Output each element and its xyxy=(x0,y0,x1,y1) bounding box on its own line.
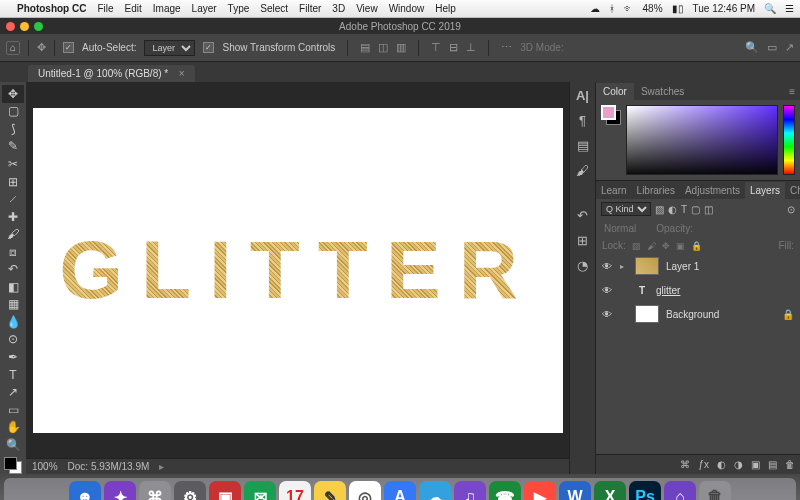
status-chevron-icon[interactable]: ▸ xyxy=(159,461,164,472)
close-tab-icon[interactable]: × xyxy=(179,68,185,79)
lock-all-icon[interactable]: 🔒 xyxy=(691,241,702,251)
properties-panel-icon[interactable]: ◔ xyxy=(577,258,588,273)
document-tab[interactable]: Untitled-1 @ 100% (RGB/8) * × xyxy=(28,65,195,82)
dock-app[interactable]: ⚙ xyxy=(174,481,206,500)
dock-app[interactable]: ✉ xyxy=(244,481,276,500)
show-transform-checkbox[interactable]: ✓ xyxy=(203,42,214,53)
paragraph-panel-icon[interactable]: ¶ xyxy=(579,113,586,128)
layer-row[interactable]: 👁 ▸ Layer 1 xyxy=(596,254,800,278)
history-panel-icon[interactable]: ↶ xyxy=(577,208,588,223)
tab-channels[interactable]: Channels xyxy=(785,182,800,199)
fx-icon[interactable]: ƒx xyxy=(698,459,709,470)
doc-size[interactable]: Doc: 5.93M/13.9M xyxy=(68,461,150,472)
filter-smart-icon[interactable]: ◫ xyxy=(704,204,713,215)
lock-position-icon[interactable]: ✥ xyxy=(662,241,670,251)
battery-icon[interactable]: ▮▯ xyxy=(672,3,684,14)
lock-transparency-icon[interactable]: ▨ xyxy=(632,241,641,251)
menu-help[interactable]: Help xyxy=(435,3,456,14)
panel-menu-icon[interactable]: ≡ xyxy=(784,86,800,97)
cloud-icon[interactable]: ☁ xyxy=(590,3,600,14)
mask-icon[interactable]: ◐ xyxy=(717,459,726,470)
dock-app[interactable]: ☁ xyxy=(419,481,451,500)
clock[interactable]: Tue 12:46 PM xyxy=(693,3,755,14)
blend-mode[interactable]: Normal xyxy=(604,223,636,234)
filter-type-icon[interactable]: T xyxy=(681,204,687,215)
dock-app[interactable]: 17 xyxy=(279,481,311,500)
color-fg-bg[interactable] xyxy=(601,105,621,125)
crop-tool[interactable]: ✂ xyxy=(2,155,24,173)
layer-name[interactable]: glitter xyxy=(656,285,680,296)
dodge-tool[interactable]: ⊙ xyxy=(2,331,24,349)
move-tool-icon[interactable]: ✥ xyxy=(37,41,46,54)
type-tool[interactable]: T xyxy=(2,366,24,384)
marquee-tool[interactable]: ▢ xyxy=(2,103,24,121)
brushes-panel-icon[interactable]: 🖌 xyxy=(576,163,589,178)
tab-adjustments[interactable]: Adjustments xyxy=(680,182,745,199)
auto-select-checkbox[interactable]: ✓ xyxy=(63,42,74,53)
bluetooth-icon[interactable]: ᚼ xyxy=(609,3,615,14)
stamp-tool[interactable]: ⧈ xyxy=(2,243,24,261)
frame-tool[interactable]: ⊞ xyxy=(2,173,24,191)
dock-app[interactable]: ☻ xyxy=(69,481,101,500)
dock-app[interactable]: A xyxy=(384,481,416,500)
tab-layers[interactable]: Layers xyxy=(745,182,785,199)
lasso-tool[interactable]: ⟆ xyxy=(2,120,24,138)
menu-select[interactable]: Select xyxy=(260,3,288,14)
auto-select-dropdown[interactable]: Layer xyxy=(144,40,195,56)
align-left-icon[interactable]: ▤ xyxy=(360,41,370,54)
menu-view[interactable]: View xyxy=(356,3,378,14)
wifi-icon[interactable]: ᯤ xyxy=(624,3,634,14)
adjustment-icon[interactable]: ◑ xyxy=(734,459,743,470)
path-tool[interactable]: ↗ xyxy=(2,383,24,401)
more-align-icon[interactable]: ⋯ xyxy=(501,41,512,54)
dock-app[interactable]: ✎ xyxy=(314,481,346,500)
blur-tool[interactable]: 💧 xyxy=(2,313,24,331)
menu-type[interactable]: Type xyxy=(228,3,250,14)
search-icon[interactable]: 🔍 xyxy=(745,41,759,54)
dock-app[interactable]: ✦ xyxy=(104,481,136,500)
lock-artboard-icon[interactable]: ▣ xyxy=(676,241,685,251)
tab-swatches[interactable]: Swatches xyxy=(634,83,691,100)
tab-learn[interactable]: Learn xyxy=(596,182,632,199)
align-bottom-icon[interactable]: ⊥ xyxy=(466,41,476,54)
menu-file[interactable]: File xyxy=(97,3,113,14)
tab-color[interactable]: Color xyxy=(596,83,634,100)
glyphs-panel-icon[interactable]: ▤ xyxy=(577,138,589,153)
dock-app[interactable]: ◎ xyxy=(349,481,381,500)
menu-icon[interactable]: ☰ xyxy=(785,3,794,14)
share-icon[interactable]: ↗ xyxy=(785,41,794,54)
visibility-icon[interactable]: 👁 xyxy=(602,261,613,272)
group-icon[interactable]: ▣ xyxy=(751,459,760,470)
dock-app[interactable]: W xyxy=(559,481,591,500)
pen-tool[interactable]: ✒ xyxy=(2,348,24,366)
panel-fg-color[interactable] xyxy=(601,105,616,120)
menu-image[interactable]: Image xyxy=(153,3,181,14)
menu-filter[interactable]: Filter xyxy=(299,3,321,14)
tab-libraries[interactable]: Libraries xyxy=(632,182,680,199)
layer-filter-dropdown[interactable]: Q Kind xyxy=(601,202,651,216)
visibility-icon[interactable]: 👁 xyxy=(602,285,613,296)
layer-thumbnail[interactable] xyxy=(635,257,659,275)
zoom-level[interactable]: 100% xyxy=(32,461,58,472)
layer-name[interactable]: Background xyxy=(666,309,719,320)
filter-shape-icon[interactable]: ▢ xyxy=(691,204,700,215)
layer-name[interactable]: Layer 1 xyxy=(666,261,699,272)
filter-adjust-icon[interactable]: ◐ xyxy=(668,204,677,215)
actions-panel-icon[interactable]: ⊞ xyxy=(577,233,588,248)
layer-row[interactable]: 👁 T glitter xyxy=(596,278,800,302)
dock-app[interactable]: Ps xyxy=(629,481,661,500)
dock-app[interactable]: ♫ xyxy=(454,481,486,500)
filter-toggle-icon[interactable]: ⊙ xyxy=(787,204,795,215)
layer-thumbnail[interactable] xyxy=(635,305,659,323)
delete-layer-icon[interactable]: 🗑 xyxy=(785,459,795,470)
home-button[interactable]: ⌂ xyxy=(6,41,20,55)
filter-pixel-icon[interactable]: ▨ xyxy=(655,204,664,215)
eraser-tool[interactable]: ◧ xyxy=(2,278,24,296)
shape-tool[interactable]: ▭ xyxy=(2,401,24,419)
dock-app[interactable]: ▶ xyxy=(524,481,556,500)
color-picker[interactable] xyxy=(626,105,778,175)
app-menu[interactable]: Photoshop CC xyxy=(17,3,86,14)
menu-layer[interactable]: Layer xyxy=(192,3,217,14)
hand-tool[interactable]: ✋ xyxy=(2,418,24,436)
layer-row[interactable]: 👁 Background 🔒 xyxy=(596,302,800,326)
